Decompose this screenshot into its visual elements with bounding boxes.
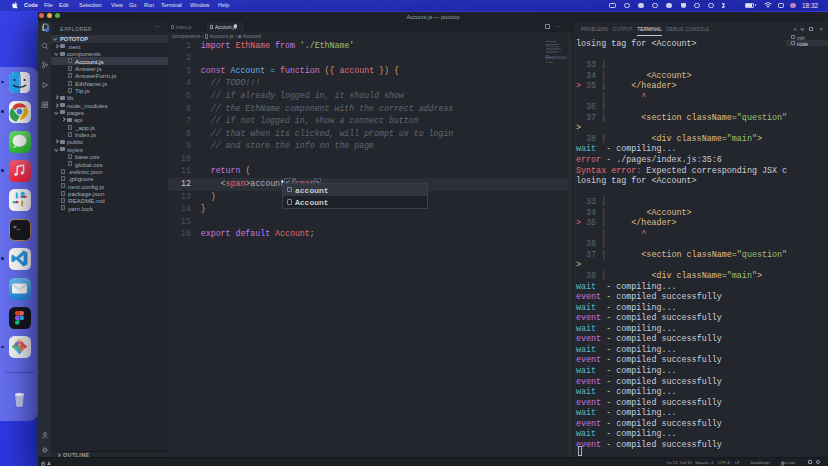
svg-text:>_: >_ — [13, 224, 21, 231]
